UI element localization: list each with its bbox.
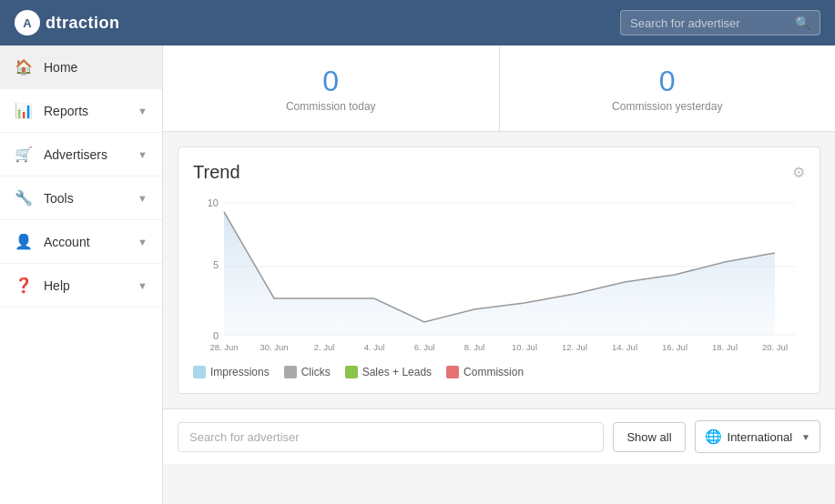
chart-container: 10 5 0 (193, 194, 805, 360)
sidebar: 🏠 Home 📊 Reports ▼ 🛒 Advertisers ▼ 🔧 Too… (0, 45, 163, 504)
svg-text:5: 5 (213, 259, 219, 270)
legend-sales-leads: Sales + Leads (345, 366, 432, 378)
header-search-bar[interactable]: 🔍 (620, 10, 820, 35)
sidebar-item-tools[interactable]: 🔧 Tools ▼ (0, 176, 162, 220)
logo: A dtraction (15, 10, 120, 35)
header-search-input[interactable] (630, 16, 795, 30)
sidebar-item-help[interactable]: ❓ Help ▼ (0, 264, 162, 307)
legend-label-clicks: Clicks (301, 366, 331, 378)
svg-text:2. Jul: 2. Jul (314, 342, 335, 352)
sidebar-label-help: Help (44, 278, 70, 293)
svg-text:20. Jul: 20. Jul (762, 342, 788, 352)
legend-color-clicks (284, 366, 297, 378)
commission-today-card: 0 Commission today (163, 45, 500, 131)
svg-text:10: 10 (208, 197, 219, 208)
chevron-down-icon: ▼ (137, 237, 148, 247)
svg-text:8. Jul: 8. Jul (464, 342, 485, 352)
chevron-down-icon: ▼ (137, 280, 148, 291)
svg-text:30. Jun: 30. Jun (260, 342, 288, 352)
commission-row: 0 Commission today 0 Commission yesterda… (163, 45, 835, 132)
legend-clicks: Clicks (284, 366, 331, 378)
legend-label-commission: Commission (463, 366, 524, 378)
legend-impressions: Impressions (193, 366, 270, 378)
gear-icon[interactable]: ⚙ (792, 164, 805, 181)
legend-label-impressions: Impressions (210, 366, 270, 378)
sidebar-item-reports[interactable]: 📊 Reports ▼ (0, 89, 162, 133)
search-icon: 🔍 (795, 15, 810, 30)
tools-icon: 🔧 (15, 189, 33, 207)
svg-marker-6 (224, 212, 775, 335)
main-content: 0 Commission today 0 Commission yesterda… (163, 45, 835, 504)
chart-legend: Impressions Clicks Sales + Leads Commiss… (193, 366, 805, 378)
logo-icon: A (15, 10, 40, 35)
international-label: International (728, 430, 793, 444)
legend-color-impressions (193, 366, 206, 378)
commission-today-value: 0 (178, 64, 484, 98)
chart-header: Trend ⚙ (193, 162, 805, 183)
app-header: A dtraction 🔍 (0, 0, 835, 45)
logo-text: dtraction (46, 14, 120, 33)
help-icon: ❓ (15, 277, 33, 294)
sidebar-label-advertisers: Advertisers (44, 147, 107, 162)
commission-yesterday-label: Commission yesterday (514, 100, 821, 113)
chevron-down-icon: ▼ (137, 193, 148, 204)
legend-commission: Commission (446, 366, 524, 378)
international-dropdown[interactable]: 🌐 International ▼ (695, 420, 820, 453)
commission-today-label: Commission today (178, 100, 484, 113)
legend-color-sales-leads (345, 366, 358, 378)
chevron-down-icon: ▼ (801, 432, 810, 442)
chart-title: Trend (193, 162, 240, 183)
sidebar-item-home[interactable]: 🏠 Home (0, 45, 162, 89)
svg-text:14. Jul: 14. Jul (612, 342, 637, 352)
bottom-search-input[interactable] (178, 422, 604, 452)
chevron-down-icon: ▼ (137, 149, 148, 160)
advertisers-icon: 🛒 (15, 146, 33, 163)
svg-text:28. Jun: 28. Jun (209, 342, 238, 352)
legend-label-sales-leads: Sales + Leads (362, 366, 432, 378)
trend-chart: 10 5 0 (193, 194, 805, 358)
home-icon: 🏠 (15, 58, 33, 76)
chevron-down-icon: ▼ (137, 106, 148, 116)
svg-text:10. Jul: 10. Jul (512, 342, 537, 352)
sidebar-label-tools: Tools (44, 191, 74, 206)
legend-color-commission (446, 366, 459, 378)
commission-yesterday-card: 0 Commission yesterday (500, 45, 836, 131)
svg-text:12. Jul: 12. Jul (562, 342, 587, 352)
reports-icon: 📊 (15, 102, 33, 119)
svg-text:0: 0 (213, 330, 219, 341)
chart-section: Trend ⚙ 10 5 0 (178, 146, 820, 394)
svg-text:16. Jul: 16. Jul (662, 342, 687, 352)
sidebar-label-account: Account (44, 235, 90, 249)
sidebar-item-account[interactable]: 👤 Account ▼ (0, 220, 162, 264)
svg-text:4. Jul: 4. Jul (364, 342, 385, 352)
commission-yesterday-value: 0 (514, 64, 821, 98)
sidebar-item-advertisers[interactable]: 🛒 Advertisers ▼ (0, 133, 162, 176)
svg-text:18. Jul: 18. Jul (712, 342, 738, 352)
globe-icon: 🌐 (705, 428, 722, 445)
main-layout: 🏠 Home 📊 Reports ▼ 🛒 Advertisers ▼ 🔧 Too… (0, 45, 835, 504)
account-icon: 👤 (15, 233, 33, 250)
logo-letter: A (23, 16, 31, 30)
bottom-bar: Show all 🌐 International ▼ (163, 408, 835, 464)
sidebar-label-home: Home (44, 60, 77, 75)
show-all-button[interactable]: Show all (613, 422, 685, 452)
svg-text:6. Jul: 6. Jul (414, 342, 435, 352)
sidebar-label-reports: Reports (44, 104, 88, 118)
